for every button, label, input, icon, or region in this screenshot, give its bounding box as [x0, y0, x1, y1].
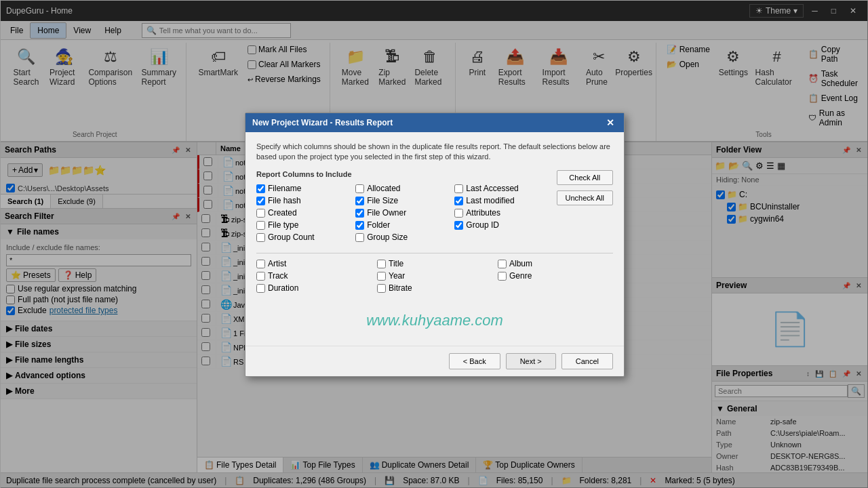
cb-track[interactable] — [256, 272, 265, 281]
modal-title-bar: New Project Wizard - Results Report ✕ — [245, 113, 624, 132]
modal-columns-grid: Filename Allocated Last Accessed — [256, 184, 549, 242]
modal-cb-group-id[interactable]: Group ID — [454, 220, 548, 230]
modal-cb-genre[interactable]: Genre — [498, 271, 613, 281]
modal-cb-track[interactable]: Track — [256, 271, 372, 281]
back-button[interactable]: < Back — [449, 353, 500, 369]
modal-cb-created[interactable]: Created — [256, 208, 350, 218]
modal-cb-group-count[interactable]: Group Count — [256, 232, 350, 242]
modal-cb-file-type[interactable]: File type — [256, 220, 350, 230]
modal-cb-folder[interactable]: Folder — [355, 220, 449, 230]
modal-check-buttons: Check All Uncheck All — [557, 170, 613, 205]
modal-cb-allocated[interactable]: Allocated — [355, 184, 449, 193]
cb-folder[interactable] — [355, 221, 364, 230]
modal-cb-album[interactable]: Album — [498, 259, 613, 268]
cb-group-id[interactable] — [454, 221, 463, 230]
modal-cb-group-size[interactable]: Group Size — [355, 232, 449, 242]
modal-description: Specify which columns should be shown in… — [256, 142, 613, 163]
cb-file-type[interactable] — [256, 221, 265, 230]
modal-cb-duration[interactable]: Duration — [256, 283, 372, 293]
cb-attributes[interactable] — [454, 209, 463, 218]
cb-bitrate[interactable] — [377, 284, 386, 293]
cb-file-owner[interactable] — [355, 209, 364, 218]
cb-group-size[interactable] — [355, 233, 364, 242]
cb-title[interactable] — [377, 260, 386, 268]
cb-allocated[interactable] — [355, 184, 364, 193]
modal-divider — [256, 253, 613, 253]
modal-actions: < Back Next > Cancel — [245, 346, 624, 376]
watermark: www.kuhyaame.com — [256, 298, 613, 336]
modal-title: New Project Wizard - Results Report — [252, 118, 393, 127]
modal-cb-file-size[interactable]: File Size — [355, 196, 449, 205]
cb-duration[interactable] — [256, 284, 265, 293]
check-all-button[interactable]: Check All — [557, 170, 613, 185]
modal-cb-file-owner[interactable]: File Owner — [355, 208, 449, 218]
cb-file-hash[interactable] — [256, 197, 265, 205]
cb-genre[interactable] — [498, 272, 507, 281]
cb-year[interactable] — [377, 272, 386, 281]
modal-body: Specify which columns should be shown in… — [245, 132, 624, 346]
cb-last-modified[interactable] — [454, 197, 463, 205]
modal-dialog: New Project Wizard - Results Report ✕ Sp… — [245, 113, 625, 378]
modal-cb-filename[interactable]: Filename — [256, 184, 350, 193]
cb-created[interactable] — [256, 209, 265, 218]
modal-cb-title[interactable]: Title — [377, 259, 492, 268]
modal-close-button[interactable]: ✕ — [604, 117, 617, 128]
modal-cb-file-hash[interactable]: File hash — [256, 196, 350, 205]
cb-last-accessed[interactable] — [454, 184, 463, 193]
modal-cb-bitrate[interactable]: Bitrate — [377, 283, 492, 293]
modal-section-title: Report Columns to Include — [256, 170, 549, 178]
cancel-button[interactable]: Cancel — [561, 353, 613, 369]
next-button[interactable]: Next > — [506, 353, 556, 369]
modal-cb-last-modified[interactable]: Last modified — [454, 196, 548, 205]
modal-cb-year[interactable]: Year — [377, 271, 492, 281]
cb-group-count[interactable] — [256, 233, 265, 242]
modal-cb-last-accessed[interactable]: Last Accessed — [454, 184, 548, 193]
uncheck-all-button[interactable]: Uncheck All — [557, 190, 613, 205]
modal-cb-attributes[interactable]: Attributes — [454, 208, 548, 218]
modal-overlay: New Project Wizard - Results Report ✕ Sp… — [1, 1, 868, 488]
cb-filename[interactable] — [256, 184, 265, 193]
modal-music-grid: Artist Title Album Track — [256, 259, 613, 293]
modal-cb-artist[interactable]: Artist — [256, 259, 372, 268]
cb-file-size[interactable] — [355, 197, 364, 205]
cb-album[interactable] — [498, 260, 507, 268]
cb-artist[interactable] — [256, 260, 265, 268]
